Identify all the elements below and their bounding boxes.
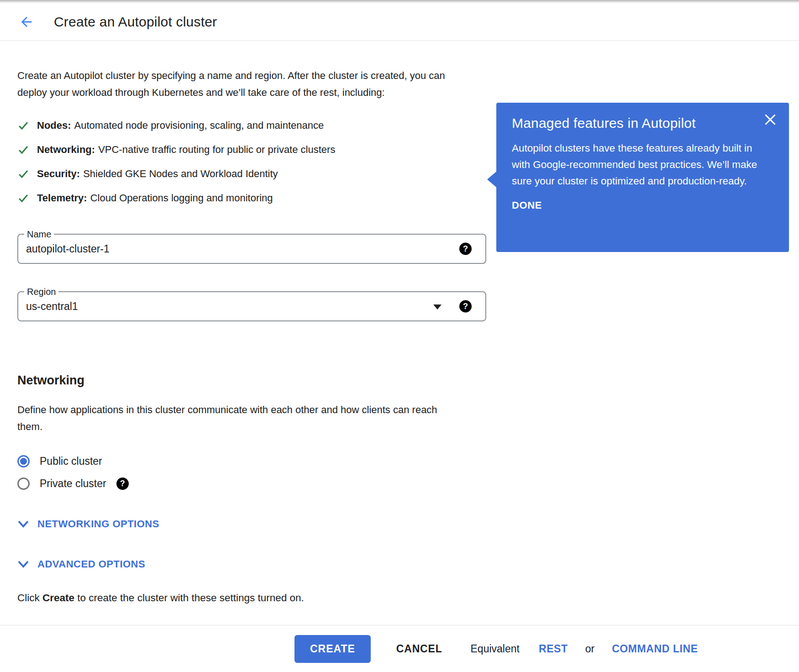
networking-section-description: Define how applications in this cluster … (17, 401, 449, 435)
feature-desc: Shielded GKE Nodes and Workload Identity (83, 168, 278, 179)
tooltip-title: Managed features in Autopilot (512, 114, 775, 133)
name-help-icon[interactable]: ? (459, 243, 472, 255)
expander-label: ADVANCED OPTIONS (37, 558, 145, 570)
managed-features-tooltip: Managed features in Autopilot Autopilot … (496, 103, 789, 252)
private-cluster-help-icon[interactable]: ? (116, 478, 129, 490)
intro-text: Create an Autopilot cluster by specifyin… (17, 67, 447, 101)
radio-label: Public cluster (40, 455, 102, 467)
chevron-down-icon (17, 561, 29, 568)
footer-action-bar: CREATE CANCEL Equivalent REST or COMMAND… (0, 625, 799, 672)
feature-term: Telemetry: (37, 192, 87, 204)
arrow-back-icon (19, 14, 34, 30)
header: Create an Autopilot cluster (0, 3, 799, 41)
feature-term: Security: (37, 168, 80, 179)
close-icon (764, 113, 777, 126)
rest-link[interactable]: REST (539, 643, 568, 655)
cluster-name-value: autopilot-cluster-1 (18, 235, 485, 263)
feature-desc: Cloud Operations logging and monitoring (90, 192, 273, 204)
feature-term: Networking: (37, 144, 95, 155)
checkmark-icon (17, 168, 29, 183)
create-hint-post: to create the cluster with these setting… (74, 592, 304, 604)
window-top-shadow (0, 0, 799, 3)
checkmark-icon (17, 120, 29, 135)
equivalent-label: Equivalent (471, 643, 520, 655)
radio-public-cluster[interactable]: Public cluster (17, 455, 799, 467)
radio-label: Private cluster (40, 478, 106, 490)
cancel-button[interactable]: CANCEL (396, 643, 442, 655)
create-hint-bold: Create (42, 592, 74, 604)
advanced-options-expander[interactable]: ADVANCED OPTIONS (17, 558, 799, 570)
radio-unselected-icon (17, 478, 30, 490)
region-help-icon[interactable]: ? (459, 300, 472, 313)
chevron-down-icon (17, 520, 29, 528)
or-label: or (585, 643, 594, 655)
create-button[interactable]: CREATE (294, 635, 371, 663)
feature-desc: Automated node provisioning, scaling, an… (74, 120, 324, 131)
networking-section-heading: Networking (17, 373, 799, 388)
cluster-name-field[interactable]: Name autopilot-cluster-1 ? (17, 234, 486, 264)
radio-private-cluster[interactable]: Private cluster ? (17, 478, 799, 490)
region-selected-value: us-central1 (18, 292, 485, 320)
create-hint-text: Click Create to create the cluster with … (17, 592, 799, 604)
tooltip-close-button[interactable] (763, 113, 777, 126)
back-button[interactable] (17, 13, 36, 31)
feature-desc: VPC-native traffic routing for public or… (98, 144, 335, 155)
tooltip-done-button[interactable]: DONE (512, 200, 542, 211)
feature-term: Nodes: (37, 120, 71, 131)
create-hint-pre: Click (17, 592, 42, 604)
name-field-label: Name (24, 229, 54, 240)
expander-label: NETWORKING OPTIONS (37, 518, 159, 530)
page-title: Create an Autopilot cluster (54, 14, 217, 30)
region-field-label: Region (24, 286, 58, 297)
cluster-access-radio-group: Public cluster Private cluster ? (17, 455, 799, 490)
region-select-field[interactable]: Region us-central1 ? (17, 291, 486, 321)
networking-options-expander[interactable]: NETWORKING OPTIONS (17, 518, 799, 530)
dropdown-caret-icon (433, 304, 442, 310)
tooltip-body: Autopilot clusters have these features a… (512, 140, 767, 189)
command-line-link[interactable]: COMMAND LINE (612, 643, 698, 655)
radio-selected-icon (17, 455, 30, 467)
checkmark-icon (17, 144, 29, 159)
checkmark-icon (17, 192, 29, 207)
